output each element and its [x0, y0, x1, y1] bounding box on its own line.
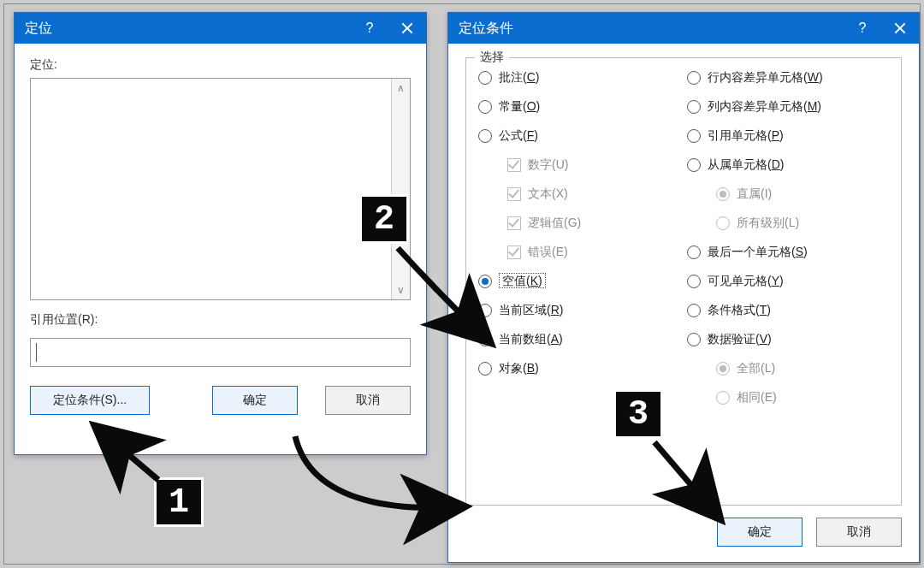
annotation-badge-1: 1: [154, 477, 204, 527]
options-right-column: 行内容差异单元格(W)列内容差异单元格(M)引用单元格(P)从属单元格(D)直属…: [687, 68, 889, 491]
goto-button-row: 定位条件(S)... 确定 取消: [30, 386, 411, 415]
option-row[interactable]: 条件格式(T): [687, 301, 889, 320]
option-row: 全部(L): [687, 359, 889, 378]
option-label: 相同(E): [737, 390, 777, 405]
radio-icon[interactable]: [687, 129, 701, 143]
special-titlebar[interactable]: 定位条件: [448, 13, 919, 44]
checkbox-icon: [507, 187, 521, 201]
radio-icon[interactable]: [687, 246, 701, 259]
goto-list[interactable]: ∧ ∨: [30, 78, 411, 300]
option-row: 文本(X): [478, 185, 680, 204]
special-ok-label: 确定: [748, 524, 772, 540]
radio-icon: [716, 362, 730, 376]
option-label: 对象(B): [499, 361, 539, 376]
help-icon[interactable]: [844, 13, 881, 44]
option-label: 错误(E): [528, 245, 568, 260]
option-label: 从属单元格(D): [708, 157, 784, 173]
radio-icon[interactable]: [478, 71, 492, 85]
annotation-badge-3: 3: [613, 389, 663, 439]
goto-title: 定位: [25, 20, 351, 38]
option-label: 可见单元格(Y): [708, 274, 784, 289]
option-row[interactable]: 批注(C): [478, 68, 680, 87]
radio-icon[interactable]: [687, 71, 701, 85]
option-row[interactable]: 当前数组(A): [478, 330, 680, 349]
annotation-2-text: 2: [374, 200, 394, 239]
goto-cancel-label: 取消: [356, 393, 380, 408]
option-row[interactable]: 常量(O): [478, 98, 680, 116]
option-row[interactable]: 引用单元格(P): [687, 127, 889, 145]
radio-icon[interactable]: [478, 275, 492, 288]
radio-icon[interactable]: [687, 275, 701, 288]
option-row[interactable]: 最后一个单元格(S): [687, 243, 889, 262]
special-cancel-label: 取消: [847, 524, 871, 540]
option-row[interactable]: 列内容差异单元格(M): [687, 98, 889, 116]
goto-titlebar[interactable]: 定位: [15, 13, 426, 44]
scroll-up-icon[interactable]: ∧: [392, 79, 410, 98]
annotation-1-text: 1: [169, 483, 189, 522]
radio-icon[interactable]: [478, 304, 492, 317]
option-row: 直属(I): [687, 185, 889, 204]
select-legend: 选择: [475, 50, 509, 65]
special-button-row: 确定 取消: [465, 518, 902, 547]
option-row: 逻辑值(G): [478, 214, 680, 233]
option-label: 引用单元格(P): [708, 128, 784, 144]
option-row[interactable]: 从属单元格(D): [687, 156, 889, 175]
select-fieldset: 选择 批注(C)常量(O)公式(F)数字(U)文本(X)逻辑值(G)错误(E)空…: [465, 57, 902, 506]
option-row: 所有级别(L): [687, 214, 889, 233]
special-ok-button[interactable]: 确定: [717, 518, 803, 547]
option-row[interactable]: 对象(B): [478, 359, 680, 378]
radio-icon: [716, 391, 730, 405]
annotation-badge-2: 2: [359, 194, 409, 244]
screenshot-frame: 定位 定位: ∧ ∨ 引用位置(R): 定位条件(S)...: [3, 3, 921, 565]
special-button[interactable]: 定位条件(S)...: [30, 386, 150, 415]
option-row: 数字(U): [478, 156, 680, 175]
option-label: 公式(F): [499, 128, 538, 144]
scrollbar[interactable]: ∧ ∨: [391, 79, 410, 299]
option-label: 直属(I): [737, 186, 772, 202]
radio-icon[interactable]: [478, 129, 492, 143]
special-button-label: 定位条件(S)...: [53, 393, 127, 408]
scroll-down-icon[interactable]: ∨: [392, 281, 410, 299]
option-label: 最后一个单元格(S): [708, 245, 808, 260]
radio-icon[interactable]: [687, 158, 701, 172]
option-row[interactable]: 当前区域(R): [478, 301, 680, 320]
option-label: 空值(K): [499, 274, 546, 289]
option-label: 文本(X): [528, 186, 568, 202]
reference-label-text: 引用位置(R):: [30, 312, 98, 326]
option-row[interactable]: 行内容差异单元格(W): [687, 68, 889, 87]
caret-icon: [36, 343, 37, 362]
option-label: 批注(C): [499, 70, 539, 86]
goto-cancel-button[interactable]: 取消: [325, 386, 411, 415]
radio-icon[interactable]: [478, 100, 492, 114]
goto-ok-button[interactable]: 确定: [212, 386, 298, 415]
goto-ok-label: 确定: [243, 393, 267, 408]
reference-label: 引用位置(R):: [30, 312, 411, 328]
option-label: 当前区域(R): [499, 303, 563, 318]
special-cancel-button[interactable]: 取消: [816, 518, 902, 547]
checkbox-icon: [507, 216, 521, 230]
radio-icon[interactable]: [687, 333, 701, 346]
option-row: 相同(E): [687, 388, 889, 407]
radio-icon[interactable]: [687, 304, 701, 317]
goto-list-label: 定位:: [30, 57, 411, 73]
option-row[interactable]: 数据验证(V): [687, 330, 889, 349]
radio-icon[interactable]: [478, 333, 492, 346]
option-row[interactable]: 空值(K): [478, 272, 680, 291]
checkbox-icon: [507, 158, 521, 172]
option-row: 错误(E): [478, 243, 680, 262]
option-row[interactable]: 可见单元格(Y): [687, 272, 889, 291]
option-label: 所有级别(L): [737, 216, 799, 231]
option-label: 当前数组(A): [499, 332, 563, 347]
option-label: 行内容差异单元格(W): [708, 70, 823, 86]
radio-icon[interactable]: [687, 100, 701, 114]
annotation-3-text: 3: [628, 395, 649, 434]
close-icon[interactable]: [388, 13, 426, 44]
option-label: 条件格式(T): [708, 303, 771, 318]
option-row[interactable]: 公式(F): [478, 127, 680, 145]
reference-input[interactable]: [30, 338, 411, 367]
radio-icon[interactable]: [478, 362, 492, 376]
close-icon[interactable]: [881, 13, 919, 44]
checkbox-icon: [507, 246, 521, 259]
option-label: 列内容差异单元格(M): [708, 99, 821, 115]
help-icon[interactable]: [351, 13, 388, 44]
